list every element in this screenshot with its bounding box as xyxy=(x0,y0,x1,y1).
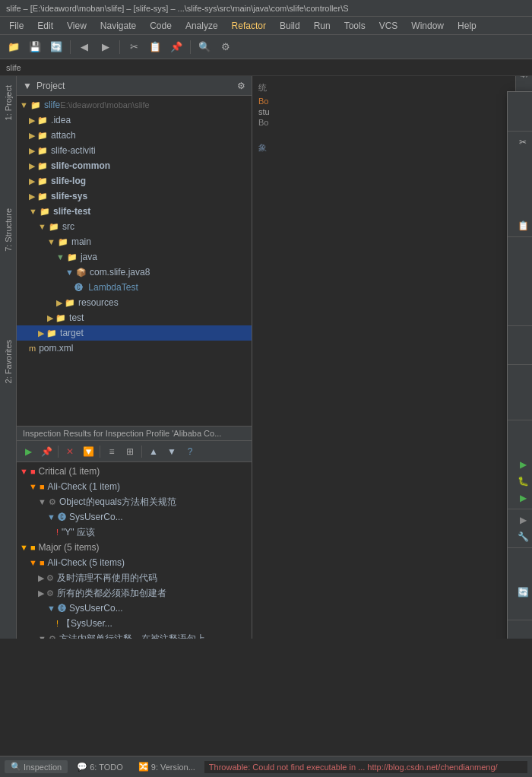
tree-item-attach[interactable]: ▶ 📁 attach xyxy=(17,128,252,143)
insp-group[interactable]: ⊞ xyxy=(122,443,138,460)
insp-rule-4[interactable]: ▼ ⚙ 方法内部单行注释，在被注释语句上 xyxy=(17,631,252,639)
cm-paste[interactable]: 📋 Paste Ctrl+V xyxy=(508,217,532,234)
cm-copy-path[interactable]: Copy Path xyxy=(508,167,532,184)
tree-item-package[interactable]: ▼ 📦 com.slife.java8 xyxy=(17,265,252,280)
status-tab-inspection[interactable]: 🔍 Inspection xyxy=(5,760,68,773)
cm-new[interactable]: New ▶ xyxy=(508,95,532,112)
menu-navigate[interactable]: Navigate xyxy=(94,19,142,33)
cm-synchronize[interactable]: 🔄 Synchronize 'slife' xyxy=(508,584,532,601)
cm-add-favorites[interactable]: Add to Favorites ▶ xyxy=(508,328,532,345)
status-tab-version[interactable]: 🔀 9: Version... xyxy=(132,760,201,773)
menu-vcs[interactable]: VCS xyxy=(373,19,404,33)
cm-make-module[interactable]: Make Module 'slife' xyxy=(508,423,532,439)
tree-item-idea[interactable]: ▶ 📁 .idea xyxy=(17,113,252,128)
menu-analyze[interactable]: Analyze xyxy=(179,19,224,33)
cm-run-coverage[interactable]: ▶ Run 'Specifications' with Coverage xyxy=(508,490,532,506)
toolbar-settings[interactable]: ⚙ xyxy=(217,38,235,56)
cm-remove-module[interactable]: Remove Module Delete xyxy=(508,401,532,417)
tree-item-resources[interactable]: ▶ 📁 resources xyxy=(17,295,252,310)
tree-item-lambdatest[interactable]: 🅒 LambdaTest xyxy=(17,280,252,295)
tree-item-test-dir[interactable]: ▶ 📁 test xyxy=(17,310,252,325)
toolbar-cut[interactable]: ✂ xyxy=(125,38,143,56)
menu-edit[interactable]: Edit xyxy=(31,19,59,33)
tree-item-target[interactable]: ▶ 📁 target xyxy=(17,325,252,341)
tree-item-test[interactable]: ▼ 📁 slife-test xyxy=(17,204,252,219)
insp-down[interactable]: ▼ xyxy=(163,443,180,460)
cm-cut[interactable]: ✂ Cut Ctrl+X xyxy=(508,134,532,151)
tree-item-slife[interactable]: ▼ 📁 slife E:\ideaword\moban\slife xyxy=(17,97,252,113)
sidebar-tab-structure[interactable]: 7: Structure xyxy=(2,202,15,258)
insp-help[interactable]: ? xyxy=(182,443,198,460)
insp-rule-2[interactable]: ▶ ⚙ 及时清理不再使用的代码 xyxy=(17,570,252,585)
toolbar-save[interactable]: 💾 xyxy=(26,38,44,56)
sidebar-tab-favorites[interactable]: 2: Favorites xyxy=(2,334,15,389)
insp-sort[interactable]: ≡ xyxy=(103,443,120,460)
insp-ali-check-2[interactable]: ▼ ■ Ali-Check (5 items) xyxy=(17,555,252,570)
cm-file-path[interactable]: File Path Ctrl+Alt+F12 ▶ xyxy=(508,623,532,639)
insp-issue-2[interactable]: ! 【SysUser... xyxy=(17,616,252,631)
tree-item-src[interactable]: ▼ 📁 src xyxy=(17,219,252,234)
toolbar-copy[interactable]: 📋 xyxy=(146,38,164,56)
insp-ali-check-1[interactable]: ▼ ■ Ali-Check (1 item) xyxy=(17,479,252,494)
tree-item-sys[interactable]: ▶ 📁 slife-sys xyxy=(17,189,252,204)
cm-run-mybatis[interactable]: 🔧 Run As Mybatis Generator xyxy=(508,528,532,545)
tree-item-pom[interactable]: m pom.xml xyxy=(17,341,252,356)
cm-git[interactable]: Git ▶ xyxy=(508,567,532,584)
insp-critical[interactable]: ▼ ■ Critical (1 item) xyxy=(17,464,252,479)
right-tab-1[interactable]: 统 xyxy=(516,79,532,91)
cm-reformat[interactable]: Reformat Code Ctrl+Alt+L xyxy=(508,367,532,384)
menu-help[interactable]: Help xyxy=(451,19,483,33)
tree-item-java[interactable]: ▼ 📁 java xyxy=(17,249,252,265)
insp-rule-3[interactable]: ▶ ⚙ 所有的类都必须添加创建者 xyxy=(17,585,252,601)
sidebar-tab-project[interactable]: 1: Project xyxy=(2,79,15,126)
cm-find-usages[interactable]: Find Usages Ctrl+G xyxy=(508,239,532,256)
menu-tools[interactable]: Tools xyxy=(338,19,372,33)
cm-add-framework[interactable]: Add Framework Support... xyxy=(508,112,532,128)
insp-run[interactable]: ▶ xyxy=(20,443,36,460)
menu-view[interactable]: View xyxy=(61,19,93,33)
menu-window[interactable]: Window xyxy=(405,19,450,33)
cm-copy[interactable]: Copy Ctrl+C xyxy=(508,151,532,167)
cm-run-spec[interactable]: ▶ Run 'Specifications' Ctrl+Shift+F10 xyxy=(508,456,532,473)
menu-file[interactable]: File xyxy=(3,19,30,33)
insp-up[interactable]: ▲ xyxy=(145,443,162,460)
insp-issue-1[interactable]: ! "Y" 应该 xyxy=(17,525,252,540)
insp-pin[interactable]: 📌 xyxy=(38,443,55,460)
toolbar-forward[interactable]: ▶ xyxy=(97,38,115,56)
tree-item-activiti[interactable]: ▶ 📁 slife-activiti xyxy=(17,143,252,158)
cm-create-spec[interactable]: ▶ Create 'Specifications'... xyxy=(508,512,532,528)
toolbar-open[interactable]: 📁 xyxy=(5,38,23,56)
menu-refactor[interactable]: Refactor xyxy=(226,19,272,33)
menu-run[interactable]: Run xyxy=(308,19,337,33)
cm-show-explorer[interactable]: Show in Explorer xyxy=(508,601,532,617)
insp-rule-1[interactable]: ▼ ⚙ Object的equals方法相关规范 xyxy=(17,494,252,509)
tree-item-main[interactable]: ▼ 📁 main xyxy=(17,234,252,249)
tree-item-log[interactable]: ▶ 📁 slife-log xyxy=(17,173,252,189)
cm-local-history[interactable]: Local History ▶ xyxy=(508,550,532,567)
insp-close[interactable]: ✕ xyxy=(62,443,78,460)
toolbar-refresh[interactable]: 🔄 xyxy=(47,38,65,56)
status-tab-todo[interactable]: 💬 6: TODO xyxy=(71,760,129,773)
cm-debug-spec[interactable]: 🐛 Debug 'Specifications' xyxy=(508,473,532,490)
menu-code[interactable]: Code xyxy=(144,19,178,33)
cm-copy-plain[interactable]: Copy as Plain Text xyxy=(508,184,532,201)
menu-build[interactable]: Build xyxy=(274,19,306,33)
cm-replace-in-path[interactable]: Replace in Path... xyxy=(508,273,532,290)
cm-analyze[interactable]: Analyze ▶ xyxy=(508,290,532,306)
toolbar-search[interactable]: 🔍 xyxy=(195,38,214,56)
cm-refactor[interactable]: Refactor ▶ xyxy=(508,306,532,323)
insp-major[interactable]: ▼ ■ Major (5 items) xyxy=(17,540,252,555)
insp-class-2[interactable]: ▼ 🅒 SysUserCo... xyxy=(17,601,252,616)
insp-filter[interactable]: 🔽 xyxy=(80,443,97,460)
toolbar-paste[interactable]: 📌 xyxy=(167,38,185,56)
toolbar-back[interactable]: ◀ xyxy=(75,38,93,56)
panel-settings-icon[interactable]: ⚙ xyxy=(237,81,245,91)
cm-show-thumbnails[interactable]: Show Image Thumbnails xyxy=(508,345,532,362)
insp-class-1[interactable]: ▼ 🅒 SysUserCo... xyxy=(17,509,252,525)
tree-item-common[interactable]: ▶ 📁 slife-common xyxy=(17,158,252,173)
cm-optimize[interactable]: Optimize Imports Ctrl+Alt+O xyxy=(508,384,532,401)
project-tree: ▼ 📁 slife E:\ideaword\moban\slife ▶ 📁 .i… xyxy=(17,96,252,426)
cm-find-in-path[interactable]: Find in Path... Ctrl+H xyxy=(508,256,532,273)
cm-copy-ref[interactable]: Copy Reference Ctrl+Alt+Shift+C xyxy=(508,201,532,217)
cm-compile-module[interactable]: Compile Module 'slife' Ctrl+Shift+F9 xyxy=(508,439,532,456)
